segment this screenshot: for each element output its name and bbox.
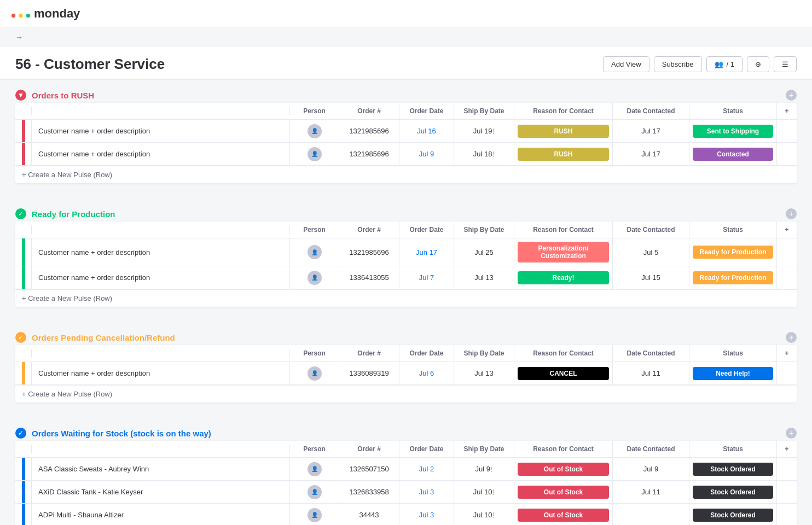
row-add-col[interactable]: [777, 120, 797, 142]
group-toggle-pending[interactable]: ✓: [15, 332, 26, 343]
row-person[interactable]: 👤: [290, 458, 339, 480]
th-order-date: Order Date: [399, 221, 454, 238]
th-add-col[interactable]: +: [777, 441, 797, 457]
row-person[interactable]: 👤: [290, 266, 339, 289]
group-title-ready[interactable]: Ready for Production: [32, 209, 115, 219]
row-add-col[interactable]: [777, 143, 797, 165]
row-status[interactable]: Contacted: [689, 143, 777, 165]
row-order-number: 1326833958: [339, 481, 399, 503]
row-name[interactable]: AXiD Classic Tank - Katie Keyser: [32, 481, 290, 503]
table-row[interactable]: ADPi Multi - Shauna Altizer👤34443Jul 3Ju…: [15, 504, 797, 525]
row-status[interactable]: Ready for Production: [689, 238, 777, 266]
row-status[interactable]: Sent to Shipping: [689, 120, 777, 142]
row-color-stripe: [15, 238, 32, 266]
breadcrumb-arrow[interactable]: →: [15, 33, 23, 42]
th-status: Status: [689, 221, 777, 238]
table-row[interactable]: Customer name + order description👤132198…: [15, 120, 797, 143]
row-name[interactable]: Customer name + order description: [32, 120, 290, 142]
row-status[interactable]: Need Help!: [689, 362, 777, 384]
th-name: [32, 225, 290, 234]
row-status[interactable]: Stock Ordered: [689, 458, 777, 480]
table-row[interactable]: Customer name + order description👤133608…: [15, 362, 797, 385]
add-group-button-rush[interactable]: +: [786, 90, 797, 101]
th-add-col[interactable]: +: [777, 103, 797, 119]
row-reason-for-contact[interactable]: Out of Stock: [514, 458, 613, 480]
row-person[interactable]: 👤: [290, 481, 339, 503]
row-order-date: Jul 3: [399, 481, 454, 503]
row-person[interactable]: 👤: [290, 120, 339, 142]
row-add-col[interactable]: [777, 238, 797, 266]
row-date-contacted: Jul 17: [613, 120, 689, 142]
row-add-col[interactable]: [777, 481, 797, 503]
table-row[interactable]: ASA Classic Sweats - Aubrey Winn👤1326507…: [15, 458, 797, 481]
th-name: [32, 349, 290, 358]
row-add-col[interactable]: [777, 362, 797, 384]
row-order-number: 1336413055: [339, 266, 399, 289]
th-reason-for-contact: Reason for Contact: [514, 441, 613, 457]
main-content: ▼Orders to RUSH+PersonOrder #Order DateS…: [0, 80, 812, 525]
add-group-button-ready[interactable]: +: [786, 208, 797, 219]
members-button[interactable]: 👥 / 1: [706, 56, 743, 72]
subscribe-button[interactable]: Subscribe: [654, 56, 702, 72]
row-status[interactable]: Stock Ordered: [689, 481, 777, 503]
header-actions: Add View Subscribe 👥 / 1 ⊕ ☰: [603, 56, 797, 72]
table-row[interactable]: Customer name + order description👤132198…: [15, 143, 797, 166]
menu-button[interactable]: ☰: [774, 56, 797, 72]
row-reason-for-contact[interactable]: Out of Stock: [514, 481, 613, 503]
th-add-col[interactable]: +: [777, 345, 797, 361]
row-add-col[interactable]: [777, 504, 797, 525]
th-date-contacted: Date Contacted: [613, 345, 689, 361]
breadcrumb-row: →: [0, 27, 812, 47]
add-group-button-pending[interactable]: +: [786, 332, 797, 343]
add-group-button-stock[interactable]: +: [786, 428, 797, 439]
row-name[interactable]: ASA Classic Sweats - Aubrey Winn: [32, 458, 290, 480]
group-toggle-rush[interactable]: ▼: [15, 90, 26, 101]
row-reason-for-contact[interactable]: RUSH: [514, 120, 613, 142]
row-ship-by-date: Jul 10 !: [454, 504, 514, 525]
row-name[interactable]: ADPi Multi - Shauna Altizer: [32, 504, 290, 525]
row-person[interactable]: 👤: [290, 238, 339, 266]
table-row[interactable]: AXiD Classic Tank - Katie Keyser👤1326833…: [15, 481, 797, 504]
row-add-col[interactable]: [777, 266, 797, 289]
monday-logo-icon: [11, 6, 31, 21]
group-header-pending: ✓Orders Pending Cancellation/Refund+: [15, 322, 797, 343]
th-ship-by-date: Ship By Date: [454, 441, 514, 457]
row-reason-for-contact[interactable]: RUSH: [514, 143, 613, 165]
row-status[interactable]: Stock Ordered: [689, 504, 777, 525]
svg-point-2: [26, 14, 30, 18]
row-order-date: Jul 6: [399, 362, 454, 384]
row-person[interactable]: 👤: [290, 504, 339, 525]
row-person[interactable]: 👤: [290, 143, 339, 165]
row-add-col[interactable]: [777, 458, 797, 480]
row-date-contacted: Jul 15: [613, 266, 689, 289]
row-reason-for-contact[interactable]: CANCEL: [514, 362, 613, 384]
th-add-col[interactable]: +: [777, 221, 797, 238]
row-reason-for-contact[interactable]: Ready!: [514, 266, 613, 289]
th-stripe: [15, 225, 32, 234]
group-header-rush: ▼Orders to RUSH+: [15, 80, 797, 101]
group-toggle-stock[interactable]: ✓: [15, 428, 26, 439]
row-reason-for-contact[interactable]: Out of Stock: [514, 504, 613, 525]
add-row-button-pending[interactable]: + Create a New Pulse (Row): [15, 385, 797, 402]
row-ship-by-date: Jul 10 !: [454, 481, 514, 503]
add-row-button-rush[interactable]: + Create a New Pulse (Row): [15, 166, 797, 183]
row-name[interactable]: Customer name + order description: [32, 143, 290, 165]
group-title-stock[interactable]: Orders Waiting for Stock (stock is on th…: [32, 429, 211, 438]
row-ship-by-date: Jul 19 !: [454, 120, 514, 142]
row-status[interactable]: Ready for Production: [689, 266, 777, 289]
group-title-pending[interactable]: Orders Pending Cancellation/Refund: [32, 333, 175, 342]
group-title-rush[interactable]: Orders to RUSH: [32, 91, 94, 100]
table-row[interactable]: Customer name + order description👤133641…: [15, 266, 797, 289]
row-name[interactable]: Customer name + order description: [32, 238, 290, 266]
row-name[interactable]: Customer name + order description: [32, 266, 290, 289]
table-row[interactable]: Customer name + order description👤132198…: [15, 238, 797, 266]
add-view-button[interactable]: Add View: [603, 56, 649, 72]
row-reason-for-contact[interactable]: Personalization/ Customization: [514, 238, 613, 266]
hamburger-icon: ☰: [782, 60, 788, 68]
row-name[interactable]: Customer name + order description: [32, 362, 290, 384]
person-add-button[interactable]: ⊕: [747, 56, 769, 72]
avatar: 👤: [308, 462, 322, 476]
group-toggle-ready[interactable]: ✓: [15, 208, 26, 219]
add-row-button-ready[interactable]: + Create a New Pulse (Row): [15, 289, 797, 307]
row-person[interactable]: 👤: [290, 362, 339, 384]
